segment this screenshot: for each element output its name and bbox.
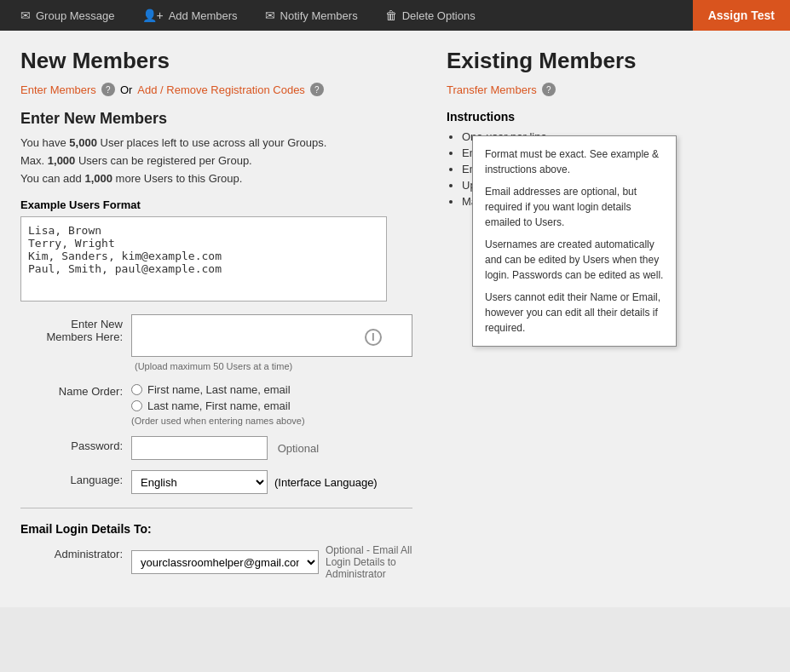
- upload-hint: (Upload maximum 50 Users at a time): [135, 361, 412, 371]
- example-users-format: Example Users Format Lisa, Brown Terry, …: [20, 198, 412, 304]
- nav-add-members[interactable]: 👤+ Add Members: [129, 0, 251, 31]
- language-select[interactable]: English: [131, 470, 268, 494]
- tooltip-line-1: Format must be exact. See example & inst…: [485, 146, 664, 177]
- enter-members-row: Enter Members ? Or Add / Remove Registra…: [20, 83, 412, 96]
- radio-row-1: First name, Last name, email: [131, 383, 412, 396]
- transfer-members-link[interactable]: Transfer Members: [447, 83, 537, 96]
- instructions-section: Instructions One user per line. Enter: F…: [447, 110, 770, 208]
- transfer-members-row: Transfer Members ?: [447, 83, 770, 96]
- main-content: New Members Enter Members ? Or Add / Rem…: [0, 31, 790, 607]
- admin-email-select[interactable]: yourclassroomhelper@gmail.com: [131, 550, 319, 574]
- notify-icon: ✉: [265, 9, 275, 22]
- enter-new-members-subtitle: Enter New Members: [20, 110, 412, 128]
- new-members-title: New Members: [20, 48, 412, 74]
- delete-icon: 🗑: [385, 9, 397, 22]
- divider: [20, 508, 412, 508]
- existing-members-title: Existing Members: [447, 48, 770, 74]
- nav-group-message[interactable]: ✉ Group Message: [7, 0, 129, 31]
- tooltip-line-4: Users cannot edit their Name or Email, h…: [485, 290, 664, 336]
- example-textarea: Lisa, Brown Terry, Wright Kim, Sanders, …: [20, 216, 387, 302]
- add-members-icon: 👤+: [142, 9, 164, 22]
- enter-members-help[interactable]: ?: [101, 83, 115, 96]
- example-format-label: Example Users Format: [20, 198, 412, 211]
- add-remove-codes-link[interactable]: Add / Remove Registration Codes: [137, 83, 305, 96]
- name-order-label: Name Order:: [20, 382, 131, 398]
- message-icon: ✉: [20, 9, 31, 22]
- optional-text: Optional: [278, 442, 319, 455]
- name-order-options: First name, Last name, email Last name, …: [131, 382, 412, 426]
- enter-members-label: Enter NewMembers Here:: [20, 314, 131, 343]
- info-text-1: You have 5,000 User places left to use a…: [20, 136, 412, 149]
- textarea-wrapper: I: [131, 314, 412, 359]
- password-label: Password:: [20, 436, 131, 452]
- tooltip-line-3: Usernames are created automatically and …: [485, 237, 664, 283]
- transfer-help[interactable]: ?: [542, 83, 556, 96]
- cursor-indicator: I: [365, 329, 382, 346]
- nav-delete-options[interactable]: 🗑 Delete Options: [372, 0, 489, 31]
- interface-language-note: (Interface Language): [274, 476, 378, 489]
- radio-hint: (Order used when entering names above): [131, 416, 412, 426]
- password-input-wrap: Optional: [131, 436, 412, 460]
- new-members-column: New Members Enter Members ? Or Add / Rem…: [20, 48, 430, 590]
- admin-select-wrap: yourclassroomhelper@gmail.com Optional -…: [131, 544, 412, 580]
- language-select-container: English (Interface Language): [131, 470, 412, 494]
- email-section-title: Email Login Details To:: [20, 522, 412, 536]
- radio-last-name[interactable]: [131, 400, 142, 411]
- admin-note: Optional - Email All Login Details to Ad…: [326, 544, 412, 580]
- enter-members-form-row: Enter NewMembers Here: I (Upload maximum…: [20, 314, 412, 371]
- enter-members-link[interactable]: Enter Members: [20, 83, 96, 96]
- info-text-3: You can add 1,000 more Users to this Gro…: [20, 172, 412, 185]
- language-row: Language: English (Interface Language): [20, 470, 412, 494]
- top-navigation: ✉ Group Message 👤+ Add Members ✉ Notify …: [0, 0, 790, 31]
- tooltip-line-2: Email addresses are optional, but requir…: [485, 184, 664, 230]
- radio-first-name[interactable]: [131, 384, 142, 395]
- assign-test-button[interactable]: Assign Test: [693, 0, 790, 31]
- info-text-2: Max. 1,000 Users can be registered per G…: [20, 154, 412, 167]
- admin-row: yourclassroomhelper@gmail.com Optional -…: [131, 544, 412, 580]
- enter-members-input-wrap: I (Upload maximum 50 Users at a time): [131, 314, 412, 371]
- admin-label: Administrator:: [20, 544, 131, 560]
- language-select-wrap: English (Interface Language): [131, 470, 412, 494]
- password-input[interactable]: [131, 436, 268, 460]
- add-remove-help[interactable]: ?: [310, 83, 324, 96]
- instructions-title: Instructions: [447, 110, 770, 123]
- nav-notify-members[interactable]: ✉ Notify Members: [251, 0, 372, 31]
- radio-row-2: Last name, First name, email: [131, 399, 412, 412]
- tooltip-box: Format must be exact. See example & inst…: [472, 135, 677, 347]
- name-order-row: Name Order: First name, Last name, email…: [20, 382, 412, 426]
- language-label: Language:: [20, 470, 131, 486]
- administrator-row: Administrator: yourclassroomhelper@gmail…: [20, 544, 412, 580]
- existing-members-column: Existing Members Transfer Members ? Inst…: [430, 48, 770, 590]
- radio-group: First name, Last name, email Last name, …: [131, 383, 412, 426]
- password-row: Password: Optional: [20, 436, 412, 460]
